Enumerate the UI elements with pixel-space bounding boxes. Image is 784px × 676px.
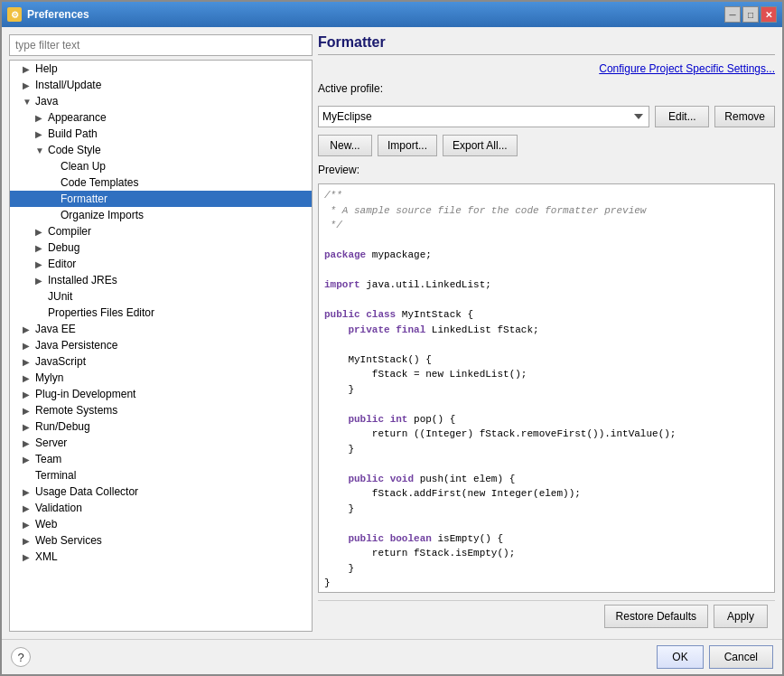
tree-item-compiler[interactable]: ▶Compiler xyxy=(10,223,312,239)
tree-item-clean-up[interactable]: Clean Up xyxy=(10,158,312,174)
tree-item-validation[interactable]: ▶Validation xyxy=(10,500,312,516)
code-line: return ((Integer) fStack.removeFirst()).… xyxy=(324,427,769,442)
minimize-button[interactable]: ─ xyxy=(724,6,741,23)
tree-arrow-mylyn: ▶ xyxy=(23,373,33,383)
tree-item-install-update[interactable]: ▶Install/Update xyxy=(10,77,312,93)
tree-label-appearance: Appearance xyxy=(48,111,107,124)
tree-item-web-services[interactable]: ▶Web Services xyxy=(10,532,312,549)
window-title: Preferences xyxy=(27,8,724,21)
tree-item-plugin-development[interactable]: ▶Plug-in Development xyxy=(10,386,312,402)
tree-item-server[interactable]: ▶Server xyxy=(10,435,312,451)
maximize-button[interactable]: □ xyxy=(742,6,759,23)
export-all-button[interactable]: Export All... xyxy=(443,135,518,156)
cancel-button[interactable]: Cancel xyxy=(709,645,773,669)
filter-input[interactable] xyxy=(9,34,313,56)
preview-label: Preview: xyxy=(318,164,775,176)
tree-container: ▶Help▶Install/Update▼Java▶Appearance▶Bui… xyxy=(9,60,313,632)
code-line: MyIntStack() { xyxy=(324,352,769,368)
tree-label-java-ee: Java EE xyxy=(35,323,76,335)
code-line: } xyxy=(324,576,769,591)
tree-arrow-compiler: ▶ xyxy=(35,227,46,237)
tree-label-usage-data-collector: Usage Data Collector xyxy=(35,485,138,498)
tree-item-build-path[interactable]: ▶Build Path xyxy=(10,126,312,142)
tree-item-terminal[interactable]: Terminal xyxy=(10,467,312,484)
tree-label-code-style: Code Style xyxy=(48,144,101,156)
ok-button[interactable]: OK xyxy=(657,645,703,669)
help-button[interactable]: ? xyxy=(11,647,31,667)
tree-item-formatter[interactable]: Formatter xyxy=(10,191,312,207)
tree-item-code-templates[interactable]: Code Templates xyxy=(10,174,312,191)
tree-arrow-javascript: ▶ xyxy=(23,357,33,367)
tree-label-install-update: Install/Update xyxy=(35,79,101,91)
tree-item-java[interactable]: ▼Java xyxy=(10,93,312,109)
tree-arrow-java: ▼ xyxy=(23,97,33,107)
tree-label-properties-files-editor: Properties Files Editor xyxy=(48,306,154,319)
tree-label-organize-imports: Organize Imports xyxy=(61,209,144,221)
tree-item-java-persistence[interactable]: ▶Java Persistence xyxy=(10,337,312,353)
tree-label-java: Java xyxy=(35,95,58,108)
tree-item-code-style[interactable]: ▼Code Style xyxy=(10,142,312,158)
active-profile-label: Active profile: xyxy=(318,82,775,95)
tree-label-run-debug: Run/Debug xyxy=(35,420,90,433)
profile-section: MyEclipse Edit... Remove xyxy=(318,106,775,127)
tree-arrow-xml: ▶ xyxy=(23,552,33,562)
tree-item-junit[interactable]: JUnit xyxy=(10,288,312,305)
code-line xyxy=(324,516,769,531)
tree-item-remote-systems[interactable]: ▶Remote Systems xyxy=(10,402,312,418)
tree-item-run-debug[interactable]: ▶Run/Debug xyxy=(10,418,312,435)
code-line xyxy=(324,456,769,472)
profile-select[interactable]: MyEclipse xyxy=(318,106,649,127)
code-line: /** xyxy=(324,188,769,203)
tree-label-remote-systems: Remote Systems xyxy=(35,404,117,417)
tree-label-mylyn: Mylyn xyxy=(35,371,63,384)
tree-label-debug: Debug xyxy=(48,241,79,254)
title-bar: ⚙ Preferences ─ □ ✕ xyxy=(2,2,782,27)
code-line: package mypackage; xyxy=(324,248,769,263)
tree-label-code-templates: Code Templates xyxy=(61,176,139,189)
tree-item-usage-data-collector[interactable]: ▶Usage Data Collector xyxy=(10,484,312,500)
restore-defaults-button[interactable]: Restore Defaults xyxy=(604,605,708,628)
tree-item-team[interactable]: ▶Team xyxy=(10,451,312,467)
remove-button[interactable]: Remove xyxy=(714,106,775,127)
new-button[interactable]: New... xyxy=(318,135,372,156)
import-button[interactable]: Import... xyxy=(378,135,437,156)
code-line: return fStack.isEmpty(); xyxy=(324,546,769,561)
tree-item-editor[interactable]: ▶Editor xyxy=(10,256,312,272)
tree-label-junit: JUnit xyxy=(48,290,72,303)
action-buttons: New... Import... Export All... xyxy=(318,135,775,156)
tree-item-java-ee[interactable]: ▶Java EE xyxy=(10,321,312,337)
tree-item-javascript[interactable]: ▶JavaScript xyxy=(10,353,312,370)
tree-item-mylyn[interactable]: ▶Mylyn xyxy=(10,370,312,386)
close-button[interactable]: ✕ xyxy=(761,6,777,23)
tree-item-appearance[interactable]: ▶Appearance xyxy=(10,109,312,126)
tree-item-debug[interactable]: ▶Debug xyxy=(10,239,312,256)
tree-arrow-build-path: ▶ xyxy=(35,129,46,139)
tree-arrow-usage-data-collector: ▶ xyxy=(23,487,33,497)
tree-label-xml: XML xyxy=(35,550,58,563)
tree-arrow-debug: ▶ xyxy=(35,243,46,253)
code-line xyxy=(324,233,769,249)
code-line: public class MyIntStack { xyxy=(324,307,769,323)
tree-item-properties-files-editor[interactable]: Properties Files Editor xyxy=(10,305,312,321)
configure-project-link[interactable]: Configure Project Specific Settings... xyxy=(318,62,775,75)
tree-item-xml[interactable]: ▶XML xyxy=(10,549,312,565)
tree-label-help: Help xyxy=(35,62,58,75)
apply-button[interactable]: Apply xyxy=(714,605,768,628)
tree-item-web[interactable]: ▶Web xyxy=(10,516,312,532)
tree-item-organize-imports[interactable]: Organize Imports xyxy=(10,207,312,223)
tree-arrow-java-ee: ▶ xyxy=(23,324,33,334)
tree-item-installed-jres[interactable]: ▶Installed JREs xyxy=(10,272,312,288)
edit-button[interactable]: Edit... xyxy=(655,106,709,127)
tree-arrow-appearance: ▶ xyxy=(35,113,46,123)
tree-item-help[interactable]: ▶Help xyxy=(10,61,312,77)
tree-arrow-install-update: ▶ xyxy=(23,80,33,90)
code-line: public void push(int elem) { xyxy=(324,472,769,487)
tree-label-web-services: Web Services xyxy=(35,534,102,547)
code-line xyxy=(324,263,769,278)
tree-label-server: Server xyxy=(35,437,67,449)
tree-arrow-help: ▶ xyxy=(23,64,33,74)
tree-arrow-java-persistence: ▶ xyxy=(23,341,33,351)
code-line: fStack.addFirst(new Integer(elem)); xyxy=(324,486,769,502)
tree-arrow-team: ▶ xyxy=(23,455,33,465)
tree-arrow-web-services: ▶ xyxy=(23,536,33,546)
